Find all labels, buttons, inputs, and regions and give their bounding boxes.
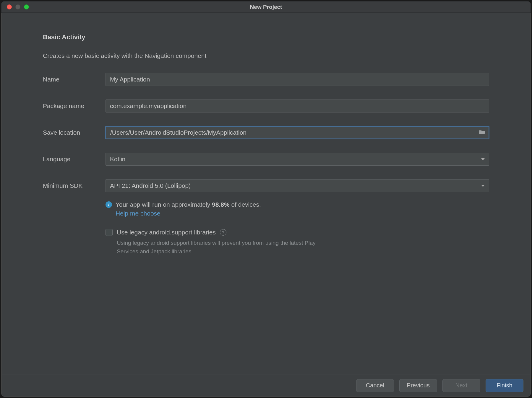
legacy-support-checkbox[interactable] — [106, 229, 113, 236]
coverage-suffix: of devices. — [230, 201, 261, 208]
dialog-content: Basic Activity Creates a new basic activ… — [1, 13, 531, 374]
info-icon: i — [106, 201, 112, 208]
page-heading: Basic Activity — [43, 33, 489, 41]
name-label: Name — [43, 76, 106, 83]
sdk-info-block: i Your app will run on approximately 98.… — [106, 201, 489, 217]
sdk-coverage-text: i Your app will run on approximately 98.… — [106, 201, 489, 208]
sdk-select[interactable]: API 21: Android 5.0 (Lollipop) — [106, 179, 489, 192]
cancel-button[interactable]: Cancel — [356, 379, 394, 392]
package-input[interactable] — [106, 100, 489, 112]
maximize-window-button[interactable] — [24, 4, 29, 9]
coverage-percent: 98.8% — [212, 201, 230, 208]
language-label: Language — [43, 156, 106, 163]
package-label: Package name — [43, 102, 106, 110]
sdk-value: API 21: Android 5.0 (Lollipop) — [110, 182, 191, 189]
name-row: Name — [43, 73, 489, 86]
legacy-checkbox-row: Use legacy android.support libraries ? — [106, 229, 489, 236]
dialog-footer: Cancel Previous Next Finish — [1, 374, 531, 397]
chevron-down-icon — [481, 158, 485, 160]
help-me-choose-link[interactable]: Help me choose — [116, 210, 160, 217]
sdk-row: Minimum SDK API 21: Android 5.0 (Lollipo… — [43, 179, 489, 192]
page-description: Creates a new basic activity with the Na… — [43, 52, 489, 59]
browse-folder-icon[interactable] — [479, 129, 486, 136]
coverage-prefix: Your app will run on approximately — [116, 201, 212, 208]
finish-button[interactable]: Finish — [486, 379, 523, 392]
next-button: Next — [442, 379, 480, 392]
minimize-window-button[interactable] — [15, 4, 20, 9]
chevron-down-icon — [481, 185, 485, 187]
legacy-block: Use legacy android.support libraries ? U… — [106, 229, 489, 256]
new-project-dialog: New Project Basic Activity Creates a new… — [1, 1, 531, 397]
location-label: Save location — [43, 129, 106, 136]
language-select[interactable]: Kotlin — [106, 153, 489, 166]
window-title: New Project — [1, 4, 531, 10]
language-row: Language Kotlin — [43, 153, 489, 166]
location-row: Save location — [43, 126, 489, 139]
window-controls — [1, 4, 29, 9]
legacy-support-note: Using legacy android.support libraries w… — [117, 239, 318, 256]
language-value: Kotlin — [110, 156, 126, 163]
help-icon[interactable]: ? — [220, 229, 226, 236]
sdk-label: Minimum SDK — [43, 182, 106, 189]
legacy-support-label: Use legacy android.support libraries — [117, 229, 216, 236]
titlebar: New Project — [1, 1, 531, 13]
previous-button[interactable]: Previous — [399, 379, 437, 392]
package-row: Package name — [43, 100, 489, 112]
close-window-button[interactable] — [7, 4, 12, 9]
name-input[interactable] — [106, 73, 489, 86]
location-input[interactable] — [106, 126, 489, 139]
